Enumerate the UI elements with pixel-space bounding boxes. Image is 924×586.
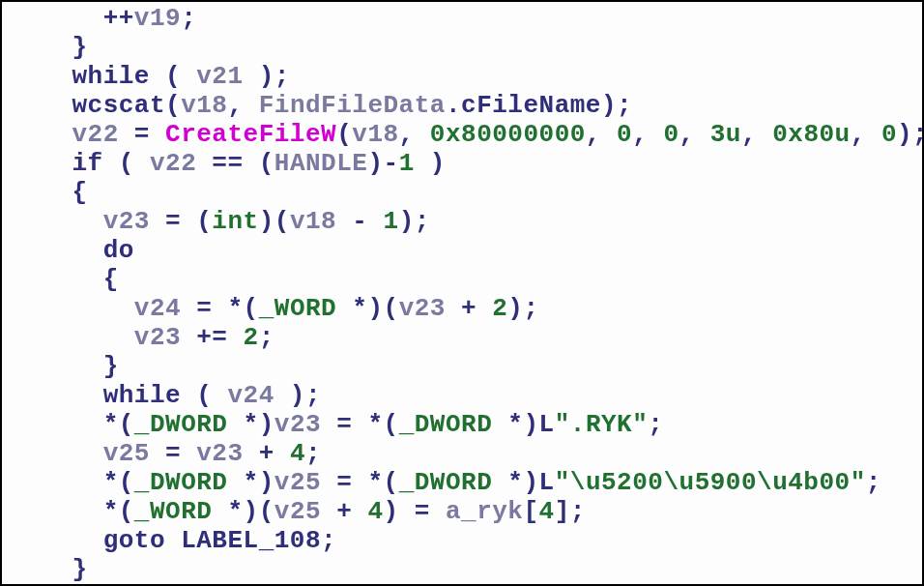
code-token-punc: ( [336,120,352,149]
code-frame: ++v19; } while ( v21 ); wcscat(v18, Find… [0,0,924,586]
code-token-id: v22 [72,120,118,149]
code-token-op: += [181,323,243,352]
code-token-type: _WORD [259,294,337,323]
code-token-kw: goto [103,526,165,555]
code-token-id: v23 [274,410,321,439]
code-token-id: v25 [274,468,321,497]
code-token-id: v23 [196,439,243,468]
code-token-punc: ; [866,468,881,497]
code-token-num: 2 [492,294,507,323]
code-token-id: v25 [274,497,321,526]
code-token-punc [165,526,181,555]
code-token-punc: , [679,120,710,149]
code-token-id: HANDLE [274,149,368,178]
code-token-id: v19 [134,4,181,33]
code-token-op: + [321,497,367,526]
code-token-punc: ) = [384,497,446,526]
code-token-punc: ) [259,468,274,497]
code-token-type: int [212,207,258,236]
code-token-punc: , [227,91,258,120]
code-token-op: * [227,410,258,439]
code-token-op: = * [321,468,383,497]
code-token-punc: ); [601,91,632,120]
code-token-punc: } [103,352,119,381]
code-token-kw: LABEL_108 [181,526,321,555]
code-token-type: _DWORD [134,410,228,439]
code-token-id: v21 [196,62,243,91]
code-token-punc: ( [119,497,134,526]
code-token-op: = [119,120,165,149]
code-token-punc: ) [523,410,538,439]
code-token-op: = * [321,410,383,439]
code-token-op: * [492,468,523,497]
code-token-punc: , [632,120,663,149]
code-token-punc: ); [274,381,321,410]
code-token-kw: L [539,410,555,439]
code-token-punc: ; [305,439,321,468]
code-token-type: _DWORD [134,468,228,497]
code-token-num: 3u [710,120,741,149]
code-token-punc: . [446,91,461,120]
code-token-op: - [384,149,399,178]
code-token-id: v23 [399,294,446,323]
code-token-punc: ( [384,410,399,439]
code-token-num: 0x80u [772,120,851,149]
code-token-id: FindFileData [259,91,446,120]
code-token-punc: ( [165,91,181,120]
code-token-punc: } [72,555,87,584]
code-token-punc: ); [244,62,290,91]
code-token-punc: )( [244,497,274,526]
code-token-op: ++ [103,4,134,33]
code-token-punc: ( [259,149,274,178]
code-token-num: 0 [617,120,632,149]
code-token-str: ".RYK" [555,410,649,439]
code-token-punc: } [72,33,87,62]
code-token-punc: ( [119,410,134,439]
code-token-punc: ( [196,207,212,236]
code-token-kw: while [72,62,150,91]
code-token-num: 4 [539,497,555,526]
code-token-op: = [150,207,196,236]
code-token-punc: { [72,178,87,207]
code-token-id: v24 [134,294,181,323]
code-token-punc: ); [507,294,538,323]
code-token-kw: do [103,236,134,265]
code-token-punc: ) [523,468,538,497]
code-token-op: + [446,294,492,323]
code-token-id: v18 [181,91,227,120]
code-token-num: 1 [399,149,415,178]
code-token-punc: ]; [555,497,586,526]
code-token-id: v23 [134,323,181,352]
code-token-punc: )( [259,207,290,236]
code-token-op: == [196,149,258,178]
code-token-punc: ; [321,526,336,555]
code-token-str: "\u5200\u5900\u4b00" [555,468,866,497]
code-token-punc: ( [150,62,196,91]
code-token-func: CreateFileW [165,120,336,149]
code-token-punc: ( [384,468,399,497]
code-token-op: * [227,468,258,497]
code-token-punc: , [399,120,430,149]
code-token-num: 0 [881,120,897,149]
code-token-punc: ; [181,4,196,33]
code-token-punc: { [103,265,119,294]
code-token-op: = [150,439,196,468]
code-token-op: + [244,439,290,468]
code-token-punc: )( [367,294,398,323]
code-token-punc: ; [259,323,274,352]
code-token-id: v18 [290,207,336,236]
code-token-punc: ) [259,410,274,439]
decompiled-code-block: ++v19; } while ( v21 ); wcscat(v18, Find… [2,2,922,584]
code-token-num: 0 [663,120,679,149]
code-token-punc: ( [244,294,259,323]
code-token-op: = * [181,294,243,323]
code-token-punc: [ [523,497,538,526]
code-token-id: v24 [227,381,274,410]
code-token-id: v18 [352,120,398,149]
code-token-type: _DWORD [399,410,493,439]
code-token-punc: , [851,120,881,149]
code-token-id: v23 [103,207,150,236]
code-token-punc: , [741,120,772,149]
code-token-punc: ) [415,149,446,178]
code-token-punc: ( [119,468,134,497]
